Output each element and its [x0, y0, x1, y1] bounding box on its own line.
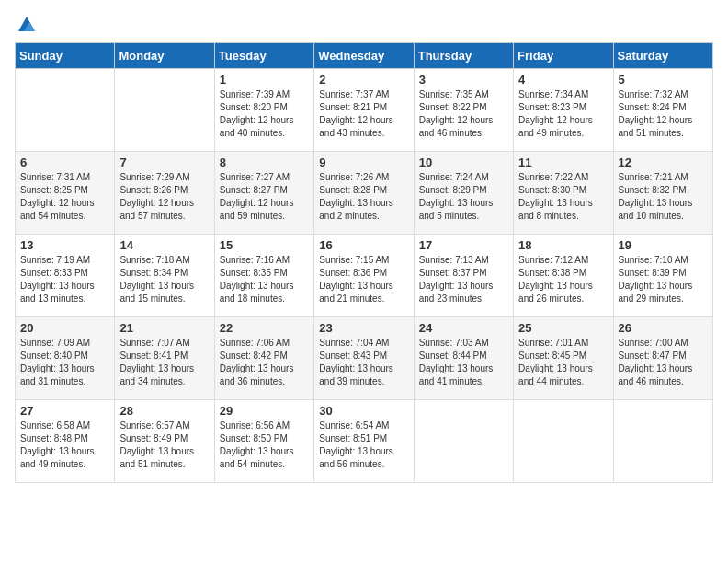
day-number: 3 [419, 73, 508, 86]
day-info: Sunrise: 7:22 AM Sunset: 8:30 PM Dayligh… [518, 171, 608, 223]
calendar-day-cell [514, 400, 613, 483]
day-number: 6 [20, 155, 109, 169]
calendar-day-cell [115, 69, 214, 152]
day-number: 29 [220, 404, 309, 418]
day-info: Sunrise: 7:03 AM Sunset: 8:44 PM Dayligh… [419, 337, 508, 388]
column-header-tuesday: Tuesday [214, 43, 313, 69]
day-info: Sunrise: 6:54 AM Sunset: 8:51 PM Dayligh… [319, 419, 408, 471]
day-number: 28 [119, 404, 209, 418]
day-info: Sunrise: 7:37 AM Sunset: 8:21 PM Dayligh… [319, 88, 408, 140]
day-info: Sunrise: 7:34 AM Sunset: 8:23 PM Dayligh… [518, 88, 608, 140]
calendar-day-cell: 15Sunrise: 7:16 AM Sunset: 8:35 PM Dayli… [214, 235, 313, 317]
calendar-day-cell: 24Sunrise: 7:03 AM Sunset: 8:44 PM Dayli… [414, 317, 513, 400]
calendar-week-row: 13Sunrise: 7:19 AM Sunset: 8:33 PM Dayli… [16, 235, 713, 317]
calendar-week-row: 6Sunrise: 7:31 AM Sunset: 8:25 PM Daylig… [16, 152, 713, 235]
calendar-day-cell: 29Sunrise: 6:56 AM Sunset: 8:50 PM Dayli… [214, 400, 313, 483]
logo [15, 15, 37, 35]
calendar-day-cell: 9Sunrise: 7:26 AM Sunset: 8:28 PM Daylig… [314, 152, 414, 235]
day-number: 1 [220, 73, 309, 86]
calendar-day-cell: 30Sunrise: 6:54 AM Sunset: 8:51 PM Dayli… [314, 400, 414, 483]
day-info: Sunrise: 7:27 AM Sunset: 8:27 PM Dayligh… [220, 171, 309, 223]
day-number: 19 [619, 238, 708, 252]
calendar-header-row: SundayMondayTuesdayWednesdayThursdayFrid… [16, 43, 713, 69]
calendar-week-row: 1Sunrise: 7:39 AM Sunset: 8:20 PM Daylig… [16, 69, 713, 152]
calendar-day-cell: 13Sunrise: 7:19 AM Sunset: 8:33 PM Dayli… [16, 235, 115, 317]
day-info: Sunrise: 7:13 AM Sunset: 8:37 PM Dayligh… [419, 254, 508, 305]
calendar-day-cell: 22Sunrise: 7:06 AM Sunset: 8:42 PM Dayli… [214, 317, 313, 400]
day-info: Sunrise: 7:04 AM Sunset: 8:43 PM Dayligh… [319, 337, 408, 388]
logo-icon [17, 15, 37, 35]
column-header-wednesday: Wednesday [314, 43, 414, 69]
day-info: Sunrise: 7:32 AM Sunset: 8:24 PM Dayligh… [619, 88, 708, 140]
day-number: 26 [619, 321, 708, 335]
day-info: Sunrise: 7:24 AM Sunset: 8:29 PM Dayligh… [419, 171, 508, 223]
calendar-day-cell: 7Sunrise: 7:29 AM Sunset: 8:26 PM Daylig… [115, 152, 214, 235]
day-info: Sunrise: 7:06 AM Sunset: 8:42 PM Dayligh… [220, 337, 309, 388]
day-number: 20 [20, 321, 109, 335]
calendar-day-cell: 27Sunrise: 6:58 AM Sunset: 8:48 PM Dayli… [16, 400, 115, 483]
calendar-day-cell: 28Sunrise: 6:57 AM Sunset: 8:49 PM Dayli… [115, 400, 214, 483]
column-header-saturday: Saturday [613, 43, 712, 69]
day-info: Sunrise: 7:19 AM Sunset: 8:33 PM Dayligh… [20, 254, 109, 305]
day-number: 10 [419, 155, 508, 169]
day-number: 13 [20, 238, 109, 252]
day-info: Sunrise: 7:29 AM Sunset: 8:26 PM Dayligh… [119, 171, 209, 223]
day-number: 8 [220, 155, 309, 169]
column-header-sunday: Sunday [16, 43, 115, 69]
day-number: 21 [119, 321, 209, 335]
day-number: 30 [319, 404, 408, 418]
calendar-day-cell: 10Sunrise: 7:24 AM Sunset: 8:29 PM Dayli… [414, 152, 513, 235]
calendar-day-cell [613, 400, 712, 483]
day-number: 4 [518, 73, 608, 86]
day-number: 23 [319, 321, 408, 335]
column-header-friday: Friday [514, 43, 613, 69]
calendar-day-cell: 26Sunrise: 7:00 AM Sunset: 8:47 PM Dayli… [613, 317, 712, 400]
day-number: 11 [518, 155, 608, 169]
column-header-monday: Monday [115, 43, 214, 69]
day-number: 24 [419, 321, 508, 335]
day-info: Sunrise: 7:10 AM Sunset: 8:39 PM Dayligh… [619, 254, 708, 305]
day-info: Sunrise: 7:26 AM Sunset: 8:28 PM Dayligh… [319, 171, 408, 223]
day-info: Sunrise: 7:15 AM Sunset: 8:36 PM Dayligh… [319, 254, 408, 305]
day-info: Sunrise: 6:57 AM Sunset: 8:49 PM Dayligh… [119, 419, 209, 471]
day-info: Sunrise: 7:12 AM Sunset: 8:38 PM Dayligh… [518, 254, 608, 305]
calendar-day-cell: 1Sunrise: 7:39 AM Sunset: 8:20 PM Daylig… [214, 69, 313, 152]
day-number: 18 [518, 238, 608, 252]
day-number: 15 [220, 238, 309, 252]
calendar-week-row: 20Sunrise: 7:09 AM Sunset: 8:40 PM Dayli… [16, 317, 713, 400]
day-info: Sunrise: 6:58 AM Sunset: 8:48 PM Dayligh… [20, 419, 109, 471]
column-header-thursday: Thursday [414, 43, 513, 69]
day-info: Sunrise: 7:07 AM Sunset: 8:41 PM Dayligh… [119, 337, 209, 388]
calendar-table: SundayMondayTuesdayWednesdayThursdayFrid… [15, 42, 713, 483]
calendar-day-cell: 20Sunrise: 7:09 AM Sunset: 8:40 PM Dayli… [16, 317, 115, 400]
calendar-day-cell: 14Sunrise: 7:18 AM Sunset: 8:34 PM Dayli… [115, 235, 214, 317]
calendar-day-cell: 25Sunrise: 7:01 AM Sunset: 8:45 PM Dayli… [514, 317, 613, 400]
day-number: 27 [20, 404, 109, 418]
calendar-day-cell: 8Sunrise: 7:27 AM Sunset: 8:27 PM Daylig… [214, 152, 313, 235]
day-number: 7 [119, 155, 209, 169]
day-number: 14 [119, 238, 209, 252]
day-info: Sunrise: 6:56 AM Sunset: 8:50 PM Dayligh… [220, 419, 309, 471]
day-number: 17 [419, 238, 508, 252]
day-number: 9 [319, 155, 408, 169]
day-number: 25 [518, 321, 608, 335]
page-header [15, 15, 713, 35]
calendar-day-cell: 4Sunrise: 7:34 AM Sunset: 8:23 PM Daylig… [514, 69, 613, 152]
calendar-day-cell: 5Sunrise: 7:32 AM Sunset: 8:24 PM Daylig… [613, 69, 712, 152]
day-info: Sunrise: 7:39 AM Sunset: 8:20 PM Dayligh… [220, 88, 309, 140]
calendar-day-cell: 19Sunrise: 7:10 AM Sunset: 8:39 PM Dayli… [613, 235, 712, 317]
day-info: Sunrise: 7:21 AM Sunset: 8:32 PM Dayligh… [619, 171, 708, 223]
calendar-day-cell: 12Sunrise: 7:21 AM Sunset: 8:32 PM Dayli… [613, 152, 712, 235]
day-info: Sunrise: 7:16 AM Sunset: 8:35 PM Dayligh… [220, 254, 309, 305]
calendar-day-cell [16, 69, 115, 152]
calendar-week-row: 27Sunrise: 6:58 AM Sunset: 8:48 PM Dayli… [16, 400, 713, 483]
calendar-day-cell: 2Sunrise: 7:37 AM Sunset: 8:21 PM Daylig… [314, 69, 414, 152]
calendar-day-cell: 16Sunrise: 7:15 AM Sunset: 8:36 PM Dayli… [314, 235, 414, 317]
day-number: 2 [319, 73, 408, 86]
calendar-day-cell: 23Sunrise: 7:04 AM Sunset: 8:43 PM Dayli… [314, 317, 414, 400]
day-info: Sunrise: 7:18 AM Sunset: 8:34 PM Dayligh… [119, 254, 209, 305]
calendar-day-cell: 3Sunrise: 7:35 AM Sunset: 8:22 PM Daylig… [414, 69, 513, 152]
calendar-day-cell: 6Sunrise: 7:31 AM Sunset: 8:25 PM Daylig… [16, 152, 115, 235]
calendar-day-cell: 17Sunrise: 7:13 AM Sunset: 8:37 PM Dayli… [414, 235, 513, 317]
day-info: Sunrise: 7:00 AM Sunset: 8:47 PM Dayligh… [619, 337, 708, 388]
